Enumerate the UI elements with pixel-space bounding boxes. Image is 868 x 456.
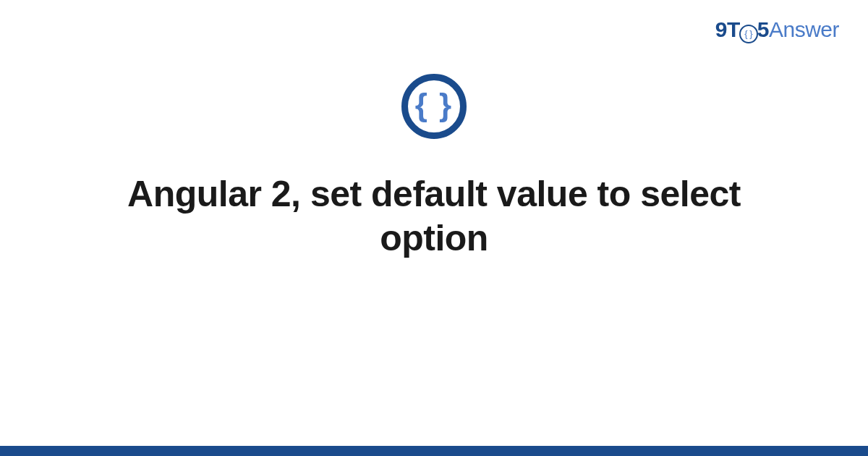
brand-logo: 9T{ }5Answer [715, 17, 839, 45]
code-braces-icon: { } [401, 74, 467, 139]
page-title: Angular 2, set default value to select o… [90, 172, 778, 261]
main-content: { } Angular 2, set default value to sele… [0, 74, 868, 261]
footer-bar [0, 446, 868, 456]
brand-text-5: 5 [757, 17, 769, 41]
braces-glyph: { } [415, 89, 453, 121]
brand-clock-icon: { } [739, 25, 758, 43]
brand-text-answer: Answer [769, 17, 839, 41]
brand-text-9t: 9T [715, 17, 740, 41]
